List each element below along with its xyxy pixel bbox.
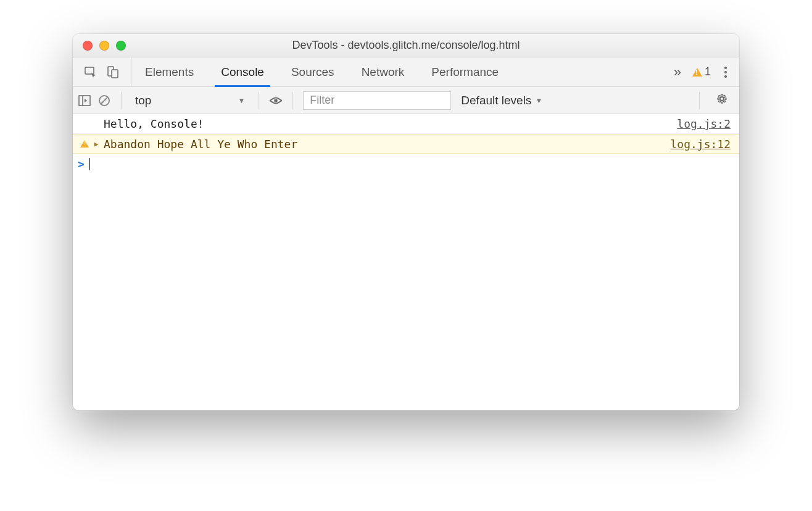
warning-count: 1 bbox=[705, 65, 711, 78]
svg-rect-0 bbox=[85, 67, 94, 74]
close-window-button[interactable] bbox=[83, 41, 93, 51]
warning-icon bbox=[692, 68, 702, 77]
console-toolbar: top ▼ Default levels ▼ bbox=[73, 87, 739, 114]
text-cursor bbox=[89, 158, 90, 170]
execution-context-value: top bbox=[135, 94, 151, 107]
settings-menu-icon[interactable] bbox=[722, 64, 729, 80]
expand-toggle-icon[interactable]: ▶ bbox=[91, 140, 101, 148]
warning-icon bbox=[80, 140, 89, 147]
inspect-element-icon[interactable] bbox=[84, 65, 97, 79]
prompt-icon: > bbox=[78, 157, 85, 170]
log-levels-label: Default levels bbox=[461, 94, 531, 107]
console-warn-row: ▶ Abandon Hope All Ye Who Enter log.js:1… bbox=[73, 134, 739, 154]
filter-input[interactable] bbox=[303, 91, 451, 110]
warn-message: Abandon Hope All Ye Who Enter bbox=[101, 138, 670, 151]
console-message-list: Hello, Console! log.js:2 ▶ Abandon Hope … bbox=[73, 114, 739, 410]
toggle-console-sidebar-icon[interactable] bbox=[78, 94, 91, 107]
toggle-device-toolbar-icon[interactable] bbox=[106, 65, 120, 79]
svg-point-7 bbox=[275, 99, 278, 102]
toolbar-left-controls bbox=[73, 57, 131, 86]
log-message: Hello, Console! bbox=[101, 117, 677, 130]
tab-elements[interactable]: Elements bbox=[131, 57, 207, 86]
console-log-row: Hello, Console! log.js:2 bbox=[73, 114, 739, 134]
tab-sources[interactable]: Sources bbox=[278, 57, 348, 86]
traffic-lights bbox=[73, 41, 126, 51]
warning-count-badge[interactable]: 1 bbox=[692, 65, 711, 78]
execution-context-dropdown[interactable]: top ▼ bbox=[131, 93, 249, 109]
window-title: DevTools - devtools.glitch.me/console/lo… bbox=[73, 39, 739, 52]
zoom-window-button[interactable] bbox=[116, 41, 126, 51]
clear-console-icon[interactable] bbox=[97, 94, 111, 107]
svg-line-6 bbox=[101, 98, 107, 104]
warn-source-link[interactable]: log.js:12 bbox=[670, 138, 731, 151]
panel-tabs: Elements Console Sources Network Perform… bbox=[131, 57, 512, 86]
devtools-window: DevTools - devtools.glitch.me/console/lo… bbox=[73, 34, 739, 410]
chevron-down-icon: ▼ bbox=[238, 96, 245, 105]
tab-performance[interactable]: Performance bbox=[418, 57, 512, 86]
svg-rect-2 bbox=[112, 70, 118, 78]
titlebar: DevTools - devtools.glitch.me/console/lo… bbox=[73, 34, 739, 57]
console-settings-icon[interactable] bbox=[710, 93, 734, 108]
panel-tabbar: Elements Console Sources Network Perform… bbox=[73, 57, 739, 87]
chevron-down-icon: ▼ bbox=[535, 96, 542, 105]
minimize-window-button[interactable] bbox=[99, 41, 109, 51]
tab-network[interactable]: Network bbox=[348, 57, 418, 86]
row-gutter bbox=[78, 140, 91, 147]
more-tabs-icon[interactable]: » bbox=[674, 64, 681, 80]
log-source-link[interactable]: log.js:2 bbox=[677, 117, 731, 130]
console-prompt-row[interactable]: > bbox=[73, 154, 739, 174]
log-levels-dropdown[interactable]: Default levels ▼ bbox=[457, 94, 542, 107]
tab-console[interactable]: Console bbox=[207, 57, 278, 86]
tabbar-right: » 1 bbox=[668, 57, 739, 86]
live-expression-icon[interactable] bbox=[269, 94, 283, 107]
